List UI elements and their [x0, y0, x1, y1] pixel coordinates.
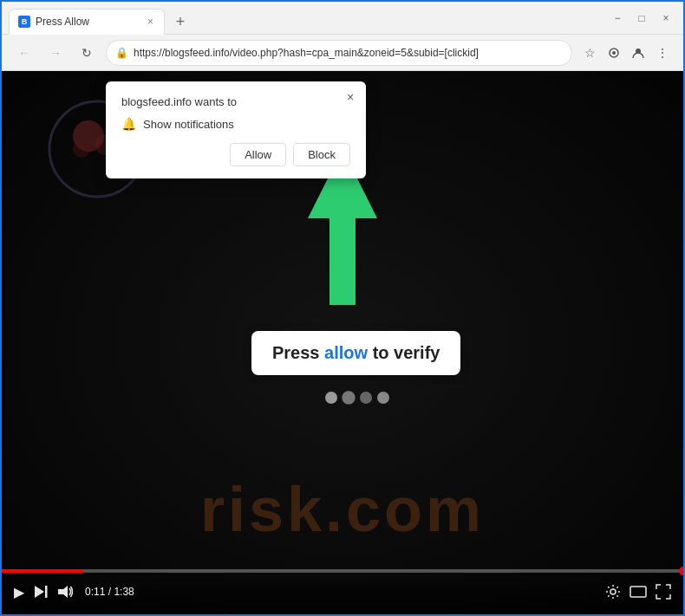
loading-dot-3: [360, 392, 372, 404]
cast-button[interactable]: [603, 42, 624, 63]
settings-button[interactable]: [605, 584, 621, 600]
svg-rect-9: [45, 586, 48, 598]
title-bar: B Press Allow × + − □ ×: [2, 2, 683, 35]
theater-mode-button[interactable]: [630, 586, 647, 598]
loading-dot-1: [325, 392, 337, 404]
url-bar[interactable]: 🔒 https://blogsfeed.info/video.php?hash=…: [106, 40, 572, 66]
video-controls: ▶ 0:11 / 1:38: [2, 569, 683, 614]
account-button[interactable]: [628, 42, 649, 63]
window-controls: − □ ×: [607, 8, 676, 29]
loading-dots: [325, 392, 389, 404]
svg-point-1: [612, 51, 616, 55]
time-display: 0:11 / 1:38: [85, 586, 134, 598]
progress-fill: [2, 569, 83, 573]
popup-title: blogsfeed.info wants to: [121, 95, 350, 108]
forward-button[interactable]: →: [43, 41, 68, 65]
svg-marker-10: [58, 586, 68, 598]
tab-favicon: B: [18, 16, 30, 28]
tab-strip: B Press Allow × +: [9, 2, 607, 34]
popup-option: 🔔 Show notifications: [121, 117, 350, 131]
new-tab-button[interactable]: +: [168, 10, 192, 34]
press-allow-suffix: to verify: [368, 343, 440, 362]
watermark-text: risk.com: [2, 474, 683, 545]
block-button[interactable]: Block: [293, 143, 350, 166]
svg-point-6: [73, 140, 90, 158]
volume-button[interactable]: [57, 584, 73, 600]
allow-button[interactable]: Allow: [230, 143, 286, 166]
url-actions: ☆ ⋮: [579, 42, 673, 63]
allow-word: allow: [324, 343, 368, 362]
bell-icon: 🔔: [121, 117, 136, 131]
svg-marker-8: [35, 586, 44, 598]
content-area: risk.com Press allow to verify × blogsfe…: [2, 71, 683, 614]
tab-close-button[interactable]: ×: [146, 15, 155, 29]
svg-rect-12: [630, 587, 646, 597]
back-button[interactable]: ←: [12, 41, 36, 65]
loading-dot-4: [377, 392, 389, 404]
popup-close-button[interactable]: ×: [342, 88, 359, 106]
fullscreen-button[interactable]: [656, 584, 671, 600]
press-allow-box: Press allow to verify: [251, 331, 460, 375]
lock-icon: 🔒: [115, 47, 128, 59]
tab-title: Press Allow: [36, 16, 140, 28]
close-button[interactable]: ×: [656, 8, 676, 29]
maximize-button[interactable]: □: [631, 8, 652, 29]
minimize-button[interactable]: −: [607, 8, 628, 29]
svg-point-11: [610, 589, 616, 594]
next-button[interactable]: [33, 584, 49, 600]
loading-dot-2: [342, 391, 355, 404]
browser-window: B Press Allow × + − □ × ← → ↻ 🔒 https://…: [0, 0, 685, 616]
address-bar: ← → ↻ 🔒 https://blogsfeed.info/video.php…: [2, 35, 683, 71]
menu-button[interactable]: ⋮: [652, 42, 673, 63]
popup-option-label: Show notifications: [143, 118, 234, 131]
play-button[interactable]: ▶: [14, 584, 24, 600]
press-allow-prefix: Press: [272, 343, 324, 362]
active-tab[interactable]: B Press Allow ×: [9, 9, 165, 35]
progress-bar[interactable]: [2, 569, 683, 573]
url-text: https://blogsfeed.info/video.php?hash=cp…: [134, 47, 563, 59]
notification-popup: × blogsfeed.info wants to 🔔 Show notific…: [106, 81, 366, 178]
popup-buttons: Allow Block: [121, 143, 350, 166]
refresh-button[interactable]: ↻: [75, 41, 99, 65]
bookmark-button[interactable]: ☆: [579, 42, 600, 63]
progress-dot: [679, 567, 683, 575]
